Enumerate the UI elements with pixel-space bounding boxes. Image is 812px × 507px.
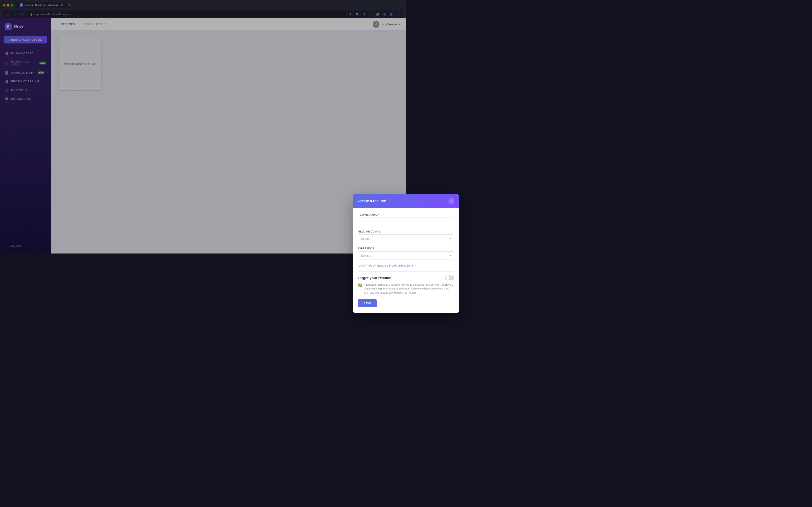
experience-select[interactable]: Select... Entry Level Mid Level Senior L…: [358, 251, 406, 253]
experience-label: EXPERIENCE: [358, 247, 406, 250]
field-domain-label: FIELD OR DOMAIN: [358, 230, 406, 233]
experience-group: EXPERIENCE Select... Entry Level Mid Lev…: [358, 247, 406, 253]
modal-body: RESUME NAME * FIELD OR DOMAIN Select... …: [353, 208, 406, 253]
modal-header: Create a resume ×: [353, 194, 406, 208]
resume-name-group: RESUME NAME *: [358, 213, 406, 226]
create-resume-modal: Create a resume × RESUME NAME * FIELD OR…: [353, 194, 406, 253]
resume-name-label: RESUME NAME *: [358, 213, 406, 216]
modal-overlay[interactable]: Create a resume × RESUME NAME * FIELD OR…: [0, 0, 406, 253]
field-domain-select[interactable]: Select... Technology Marketing Finance H…: [358, 234, 406, 243]
resume-name-input[interactable]: [358, 218, 406, 226]
experience-select-wrapper: Select... Entry Level Mid Level Senior L…: [358, 251, 406, 253]
field-domain-group: FIELD OR DOMAIN Select... Technology Mar…: [358, 230, 406, 243]
required-indicator: *: [378, 213, 379, 216]
modal-title: Create a resume: [358, 199, 386, 203]
field-domain-select-wrapper: Select... Technology Marketing Finance H…: [358, 234, 406, 243]
